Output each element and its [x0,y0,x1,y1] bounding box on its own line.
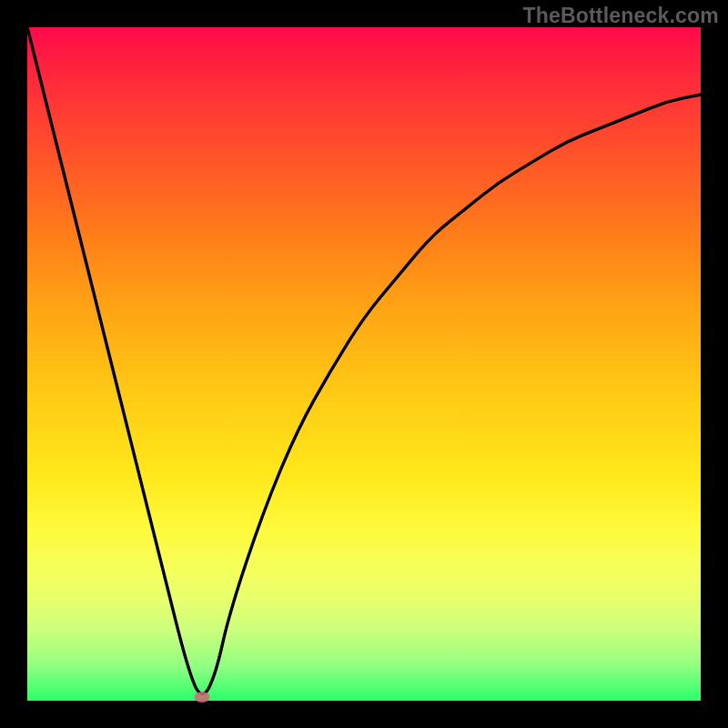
curve-path [27,27,701,694]
plot-area [27,27,701,701]
bottleneck-curve [27,27,701,701]
min-marker [195,692,210,703]
chart-frame: TheBottleneck.com [0,0,728,728]
watermark-text: TheBottleneck.com [522,4,719,28]
